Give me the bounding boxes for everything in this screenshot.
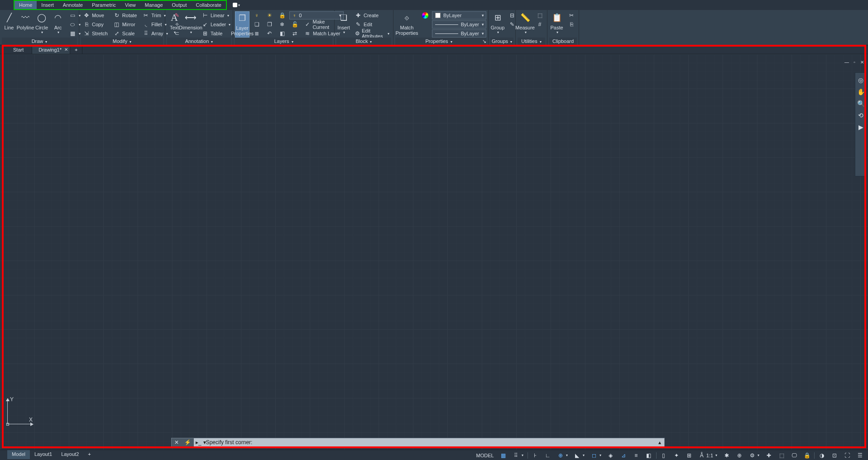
nav-pan-icon[interactable]: ✋ xyxy=(856,87,865,96)
color-combo[interactable]: ByLayer▾ xyxy=(432,11,486,19)
cmd-close-icon[interactable]: ✕ xyxy=(172,439,182,446)
drawing-area[interactable]: — ▫ ✕ ◎ ✋ 🔍 ⟲ ▶ Y X ✕ ⚡ ▸_ ▾Specify firs… xyxy=(0,54,868,450)
status-3dosnap[interactable]: ◈ xyxy=(605,451,616,460)
layer-state-button[interactable]: ≣ xyxy=(251,29,262,38)
layer-properties-button[interactable]: ❐ Layer Properties xyxy=(235,11,249,38)
status-transparency[interactable]: ◧ xyxy=(643,451,654,460)
copy-button[interactable]: ⎘Copy xyxy=(81,20,110,28)
edit-block-button[interactable]: ✎Edit xyxy=(353,20,391,28)
tab-view[interactable]: View xyxy=(120,1,140,9)
status-polar[interactable]: ⊕▾ xyxy=(555,451,570,460)
layer-isolate-button[interactable]: ❏ xyxy=(251,20,262,28)
nav-wheel-icon[interactable]: ◎ xyxy=(856,76,865,85)
status-ortho[interactable]: ∟ xyxy=(542,451,553,460)
table-button[interactable]: ⊞Table xyxy=(200,29,232,38)
linear-button[interactable]: ⊢Linear▾ xyxy=(200,11,232,19)
nav-orbit-icon[interactable]: ⟲ xyxy=(856,111,865,120)
status-workspace[interactable]: ⚙▾ xyxy=(747,451,762,460)
paste-button[interactable]: 📋 Paste▾ xyxy=(549,11,564,35)
insert-button[interactable]: ❏ Insert▾ xyxy=(336,11,351,35)
layout-model[interactable]: Model xyxy=(7,450,30,459)
status-dyn[interactable]: ⊞ xyxy=(684,451,695,460)
text-button[interactable]: A Text▾ xyxy=(167,11,182,35)
tab-annotate[interactable]: Annotate xyxy=(58,1,87,9)
panel-title-utilities[interactable]: Utilities ▾ xyxy=(518,38,545,45)
stretch-button[interactable]: ⇲Stretch xyxy=(81,29,110,38)
layer-off-button[interactable]: ♀ xyxy=(251,11,262,19)
tab-manage[interactable]: Manage xyxy=(140,1,168,9)
select-all-button[interactable]: ⬚ xyxy=(534,11,545,19)
layer-freeze-button[interactable]: ☀ xyxy=(264,11,275,19)
tab-collaborate[interactable]: Collaborate xyxy=(192,1,226,9)
status-model[interactable]: MODEL xyxy=(474,452,496,459)
layout-layout2[interactable]: Layout2 xyxy=(57,450,83,459)
count-button[interactable]: # xyxy=(534,20,545,28)
layer-prev-button[interactable]: ↶ xyxy=(264,29,275,38)
status-grid[interactable]: ▦ xyxy=(498,451,509,460)
lineweight-combo[interactable]: ByLayer▾ xyxy=(432,20,486,28)
close-viewport-icon[interactable]: ✕ xyxy=(859,59,865,65)
status-isolate[interactable]: ◑ xyxy=(816,451,827,460)
status-lwt[interactable]: ≡ xyxy=(631,451,642,460)
linetype-combo[interactable]: ByLayer▾ xyxy=(432,29,486,38)
group-button[interactable]: ⊞ Group▾ xyxy=(490,11,505,35)
copy-clip-button[interactable]: ⎘ xyxy=(566,20,577,28)
panel-title-draw[interactable]: Draw ▾ xyxy=(2,38,77,45)
command-history-icon[interactable]: ▴ xyxy=(655,438,664,446)
status-otrack[interactable]: ⊿ xyxy=(618,451,629,460)
rotate-button[interactable]: ↻Rotate xyxy=(111,11,139,19)
cmd-customize-icon[interactable]: ⚡ xyxy=(182,439,194,446)
edit-attributes-button[interactable]: ⚙Edit Attributes▾ xyxy=(353,29,391,38)
status-custom[interactable]: ☰ xyxy=(854,451,865,460)
status-units[interactable]: ⬚ xyxy=(776,451,787,460)
dimension-button[interactable]: ⟷ Dimension▾ xyxy=(183,11,198,35)
measure-button[interactable]: 📏 Measure▾ xyxy=(518,11,532,35)
minimize-viewport-icon[interactable]: — xyxy=(844,59,850,65)
match-properties-button[interactable]: ⟐ Match Properties xyxy=(395,11,418,37)
status-annoscale[interactable]: Å1:1▾ xyxy=(696,451,719,460)
tab-home[interactable]: Home xyxy=(14,1,37,9)
status-infer[interactable]: ⊦ xyxy=(530,451,541,460)
status-hardware[interactable]: ⊡ xyxy=(829,451,840,460)
panel-title-block[interactable]: Block ▾ xyxy=(336,38,391,45)
panel-title-groups[interactable]: Groups ▾ xyxy=(490,38,513,45)
panel-title-annotation[interactable]: Annotation ▾ xyxy=(167,38,231,45)
status-gizmo[interactable]: ✦ xyxy=(671,451,682,460)
tab-output[interactable]: Output xyxy=(168,1,192,9)
status-anno-auto[interactable]: ⊕ xyxy=(734,451,745,460)
layout-add[interactable]: + xyxy=(83,450,95,459)
status-selection[interactable]: ▯ xyxy=(658,451,669,460)
status-quickprops[interactable]: 🖵 xyxy=(789,451,800,460)
layer-unisolate-button[interactable]: ❐ xyxy=(264,20,275,28)
filetab-new[interactable]: + xyxy=(70,45,82,54)
nav-showmotion-icon[interactable]: ▶ xyxy=(856,123,865,132)
layer-change-button[interactable]: ⇄ xyxy=(289,29,300,38)
command-input[interactable]: ▸_ ▾Specify first corner: xyxy=(194,438,655,446)
nav-zoom-icon[interactable]: 🔍 xyxy=(856,99,865,108)
scale-button[interactable]: ⤢Scale xyxy=(111,29,139,38)
color-wheel-button[interactable] xyxy=(420,11,430,19)
tab-parametric[interactable]: Parametric xyxy=(87,1,120,9)
mirror-button[interactable]: ◫Mirror xyxy=(111,20,139,28)
line-button[interactable]: ╱ Line xyxy=(2,11,16,31)
layer-thaw-button[interactable]: ❄ xyxy=(277,20,288,28)
tab-insert[interactable]: Insert xyxy=(37,1,58,9)
leader-button[interactable]: ↙Leader▾ xyxy=(200,20,232,28)
move-button[interactable]: ✥Move xyxy=(81,11,110,19)
layout-layout1[interactable]: Layout1 xyxy=(30,450,57,459)
status-annomon[interactable]: ✚ xyxy=(763,451,774,460)
status-cleanscreen[interactable]: ⛶ xyxy=(842,451,853,460)
filetab-start[interactable]: Start xyxy=(7,45,32,54)
filetab-drawing1[interactable]: Drawing1* ✕ xyxy=(32,45,70,54)
status-iso[interactable]: ◣▾ xyxy=(572,451,587,460)
create-block-button[interactable]: ✚Create xyxy=(353,11,391,19)
close-tab-icon[interactable]: ✕ xyxy=(64,47,68,52)
status-lockui[interactable]: 🔒 xyxy=(801,451,812,460)
layer-unlock-button[interactable]: 🔓 xyxy=(289,20,300,28)
polyline-button[interactable]: 〰 Polyline xyxy=(18,11,33,31)
panel-title-layers[interactable]: Layers ▾ xyxy=(235,38,332,45)
arc-button[interactable]: ◠ Arc▾ xyxy=(51,11,65,35)
circle-button[interactable]: ◯ Circle▾ xyxy=(34,11,49,35)
panel-title-properties[interactable]: Properties ▾↘ xyxy=(395,38,486,45)
status-osnap[interactable]: ◻▾ xyxy=(589,451,604,460)
